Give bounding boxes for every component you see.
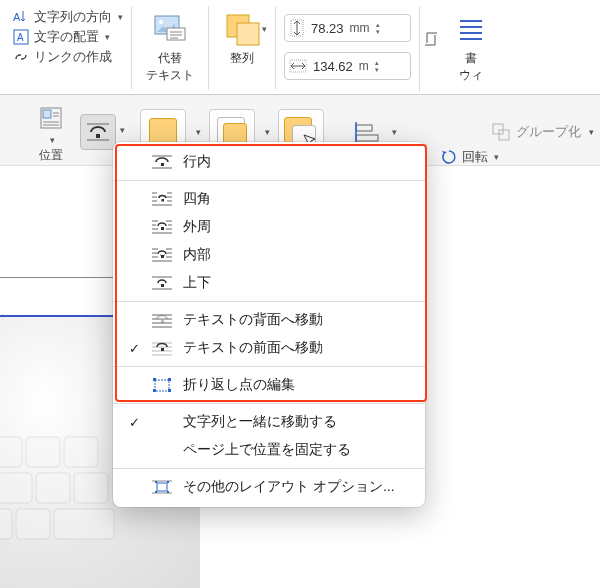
edit-wrap-points-icon: [151, 376, 173, 394]
group-icon: [492, 123, 510, 141]
ribbon: A 文字列の方向 ▾ A 文字の配置 ▾ リンクの作成 代替 テキスト: [0, 0, 600, 95]
chevron-down-icon: ▾: [265, 127, 270, 137]
width-icon: [289, 58, 307, 74]
more-layout-icon: [151, 478, 173, 496]
text-direction-label: 文字列の方向: [34, 9, 112, 26]
window-label: 書 ウィ: [459, 50, 483, 84]
wrap-through-icon: [151, 246, 173, 264]
crop-icon[interactable]: [422, 30, 440, 48]
svg-rect-11: [43, 110, 51, 118]
chevron-down-icon: ▾: [50, 135, 55, 145]
link-icon: [12, 48, 30, 66]
svg-rect-22: [0, 473, 32, 503]
menu-label: 折り返し点の編集: [183, 376, 295, 394]
create-link-label: リンクの作成: [34, 49, 112, 66]
svg-rect-15: [493, 124, 503, 134]
svg-rect-19: [26, 437, 60, 467]
menu-label: ページ上で位置を固定する: [183, 441, 351, 459]
svg-text:A: A: [13, 11, 21, 23]
window-button[interactable]: 書 ウィ: [446, 8, 496, 86]
menu-item-through[interactable]: 内部: [113, 241, 425, 269]
svg-rect-41: [157, 483, 167, 491]
width-input[interactable]: 134.62 m ▴▾: [284, 52, 411, 80]
svg-rect-40: [168, 389, 171, 392]
window-icon: [452, 10, 490, 48]
wrap-topbottom-icon: [151, 274, 173, 292]
svg-rect-44: [155, 491, 157, 493]
position-button[interactable]: [34, 101, 68, 135]
menu-label: 外周: [183, 218, 211, 236]
text-align-label: 文字の配置: [34, 29, 99, 46]
menu-label: 四角: [183, 190, 211, 208]
width-spinner[interactable]: ▴▾: [375, 59, 379, 73]
svg-rect-14: [356, 135, 378, 141]
size-group: 78.23 mm ▴▾ 134.62 m ▴▾: [276, 6, 420, 92]
alt-text-button[interactable]: 代替 テキスト: [140, 8, 200, 86]
svg-rect-39: [153, 389, 156, 392]
alt-text-group: 代替 テキスト: [132, 6, 209, 90]
width-value: 134.62: [313, 59, 353, 74]
create-link-button[interactable]: リンクの作成: [12, 48, 123, 66]
menu-item-inline[interactable]: 行内: [113, 148, 425, 176]
svg-text:A: A: [17, 32, 24, 43]
svg-rect-45: [167, 491, 169, 493]
size-expand: [420, 6, 442, 94]
svg-rect-24: [74, 473, 108, 503]
chevron-down-icon: ▾: [196, 127, 201, 137]
arrange-button[interactable]: ▾ 整列: [217, 8, 267, 69]
chevron-down-icon: ▾: [392, 127, 397, 137]
height-input[interactable]: 78.23 mm ▴▾: [284, 14, 411, 42]
menu-item-move-with-text[interactable]: ✓ 文字列と一緒に移動する: [113, 408, 425, 436]
wrap-tight-icon: [151, 218, 173, 236]
menu-item-more-layout-options[interactable]: その他のレイアウト オプション...: [113, 473, 425, 501]
menu-item-tight[interactable]: 外周: [113, 213, 425, 241]
svg-rect-26: [0, 509, 12, 539]
width-unit: m: [359, 59, 369, 73]
infront-text-icon: [151, 339, 173, 357]
text-direction-icon: A: [12, 8, 30, 26]
arrange-group: ▾ 整列: [209, 6, 276, 90]
group-label: グループ化: [516, 124, 581, 141]
svg-rect-29: [161, 163, 164, 166]
wrap-text-menu: 行内 四角 外周 内部 上下 テキストの背面へ移動 ✓ テキストの前面へ移動 折…: [113, 142, 425, 507]
rotate-button[interactable]: 回転 ▾: [440, 148, 499, 166]
arrange-label: 整列: [230, 50, 254, 67]
menu-label: 行内: [183, 153, 211, 171]
wrap-text-button[interactable]: ▾: [80, 114, 116, 150]
rotate-icon: [440, 148, 458, 166]
check-icon: ✓: [127, 415, 141, 430]
menu-label: 内部: [183, 246, 211, 264]
menu-item-topbottom[interactable]: 上下: [113, 269, 425, 297]
svg-rect-28: [54, 509, 114, 539]
svg-rect-33: [161, 284, 164, 287]
chevron-down-icon: ▾: [494, 152, 499, 162]
menu-item-square[interactable]: 四角: [113, 185, 425, 213]
height-spinner[interactable]: ▴▾: [376, 21, 380, 35]
svg-rect-27: [16, 509, 50, 539]
behind-text-icon: [151, 311, 173, 329]
menu-item-behind-text[interactable]: テキストの背面へ移動: [113, 306, 425, 334]
rotate-label: 回転: [462, 149, 488, 166]
text-group: A 文字列の方向 ▾ A 文字の配置 ▾ リンクの作成: [4, 6, 132, 90]
svg-rect-38: [168, 378, 171, 381]
svg-rect-16: [499, 130, 509, 140]
alt-text-icon: [151, 10, 189, 48]
text-align-button[interactable]: A 文字の配置 ▾: [12, 28, 123, 46]
svg-rect-20: [64, 437, 98, 467]
menu-item-infront-text[interactable]: ✓ テキストの前面へ移動: [113, 334, 425, 362]
svg-rect-30: [162, 199, 165, 202]
menu-item-edit-wrap-points[interactable]: 折り返し点の編集: [113, 371, 425, 399]
svg-rect-43: [167, 481, 169, 483]
height-unit: mm: [350, 21, 370, 35]
menu-item-fix-position[interactable]: ページ上で位置を固定する: [113, 436, 425, 464]
position-label: 位置: [39, 147, 63, 164]
menu-label: テキストの前面へ移動: [183, 339, 323, 357]
svg-rect-31: [161, 227, 164, 230]
height-value: 78.23: [311, 21, 344, 36]
text-direction-button[interactable]: A 文字列の方向 ▾: [12, 8, 123, 26]
svg-rect-13: [356, 125, 372, 131]
svg-rect-23: [36, 473, 70, 503]
wrap-square-icon: [151, 190, 173, 208]
svg-rect-35: [161, 348, 164, 351]
menu-label: 上下: [183, 274, 211, 292]
